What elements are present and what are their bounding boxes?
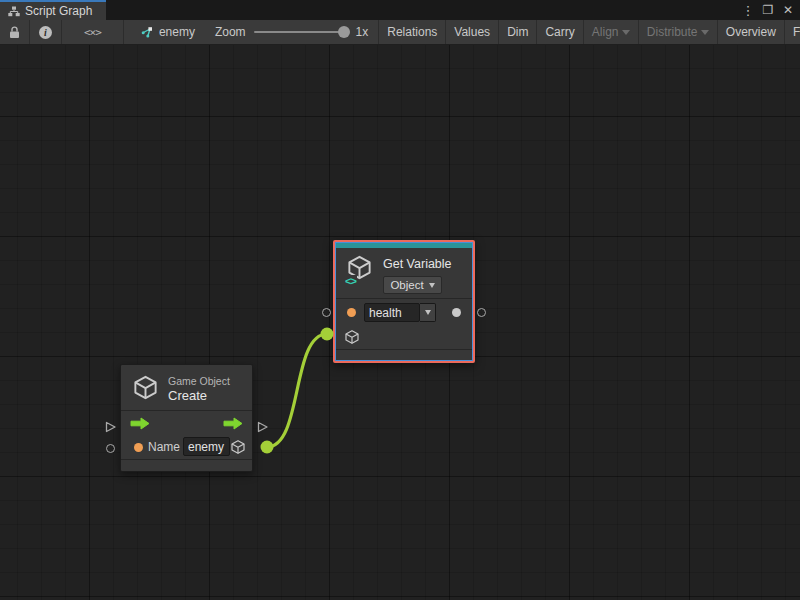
maximize-icon[interactable]: ❐ [760,2,776,18]
align-button[interactable]: Align [584,20,639,44]
object-port-row [336,327,472,349]
name-value-input[interactable] [183,437,230,456]
chevron-down-icon [425,310,431,315]
window-controls: ⋮ ❐ ✕ [740,0,796,20]
flow-ports-row [121,411,252,435]
name-input-port[interactable] [322,308,331,317]
zoom-slider-handle[interactable] [338,26,350,38]
name-input-port[interactable] [106,444,115,453]
fullscreen-button[interactable]: Full Screen [785,20,800,44]
string-port-icon[interactable] [347,308,356,317]
dim-button[interactable]: Dim [499,20,537,44]
graph-toolbar: i <×> enemy Zoom 1x Relations Values Dim… [0,20,800,45]
variable-object-icon: <> [346,254,374,284]
node-title: Get Variable [383,257,452,271]
code-brackets-icon: <> [344,275,357,287]
zoom-control: Zoom 1x [211,20,379,44]
node-footer [336,350,472,360]
node-footer [121,460,252,470]
align-label: Align [592,25,619,39]
flow-output-port[interactable] [256,420,269,434]
graph-icon [140,26,153,38]
object-input-port-icon[interactable] [344,329,360,345]
node-body: <> Get Variable Object [335,242,473,361]
node-category: Game Object [168,375,230,388]
graph-breadcrumb[interactable]: enemy [124,20,211,44]
name-port-label: Name [148,440,180,454]
gameobject-output-port-connected[interactable] [261,441,274,454]
wire-create-to-getvariable[interactable] [267,334,327,447]
info-button[interactable]: i [30,20,62,44]
zoom-slider[interactable] [254,31,348,33]
chevron-down-icon [701,30,709,35]
variable-kind-dropdown[interactable]: Object [383,276,442,294]
chevron-down-icon [429,283,435,288]
variable-name-row [336,299,472,327]
value-output-port-icon[interactable] [452,308,461,317]
graph-canvas[interactable]: Game Object Create Name [0,45,800,600]
gameobject-output-port-icon[interactable] [230,439,246,455]
script-graph-window: Script Graph ⋮ ❐ ✕ i <×> [0,0,800,600]
node-header: <> Get Variable Object [336,248,472,298]
zoom-label: Zoom [215,25,246,39]
chevron-down-icon [622,30,630,35]
node-game-object-create[interactable]: Game Object Create Name [120,364,253,472]
name-port-row: Name [121,435,252,459]
value-output-port[interactable] [477,308,486,317]
tab-script-graph[interactable]: Script Graph [0,0,106,20]
relations-button[interactable]: Relations [379,20,446,44]
flow-input-port[interactable] [104,420,117,434]
game-object-cube-icon [132,374,159,401]
code-icon: <×> [84,26,101,39]
script-graph-icon [8,6,20,17]
graph-name-label: enemy [159,25,195,39]
lock-icon [9,26,20,39]
flow-output-arrow-icon[interactable] [223,417,243,430]
tab-title: Script Graph [25,4,92,18]
node-title: Create [168,388,230,404]
lock-button[interactable] [0,20,30,44]
distribute-button[interactable]: Distribute [639,20,718,44]
close-icon[interactable]: ✕ [780,2,796,18]
zoom-value: 1x [356,25,369,39]
flow-input-arrow-icon[interactable] [130,417,150,430]
variable-kind-label: Object [390,279,423,291]
carry-button[interactable]: Carry [537,20,583,44]
node-get-variable[interactable]: <> Get Variable Object [333,240,475,363]
values-button[interactable]: Values [446,20,499,44]
more-menu-icon[interactable]: ⋮ [740,2,756,18]
node-header: Game Object Create [121,365,252,410]
tab-bar: Script Graph ⋮ ❐ ✕ [0,0,800,20]
variable-picker-dropdown[interactable] [420,303,436,322]
variable-name-input[interactable] [364,303,420,322]
code-view-button[interactable]: <×> [62,20,124,44]
overview-button[interactable]: Overview [718,20,785,44]
string-port-icon[interactable] [134,443,143,452]
info-icon: i [39,26,52,39]
object-input-port-connected[interactable] [321,328,334,341]
distribute-label: Distribute [647,25,698,39]
